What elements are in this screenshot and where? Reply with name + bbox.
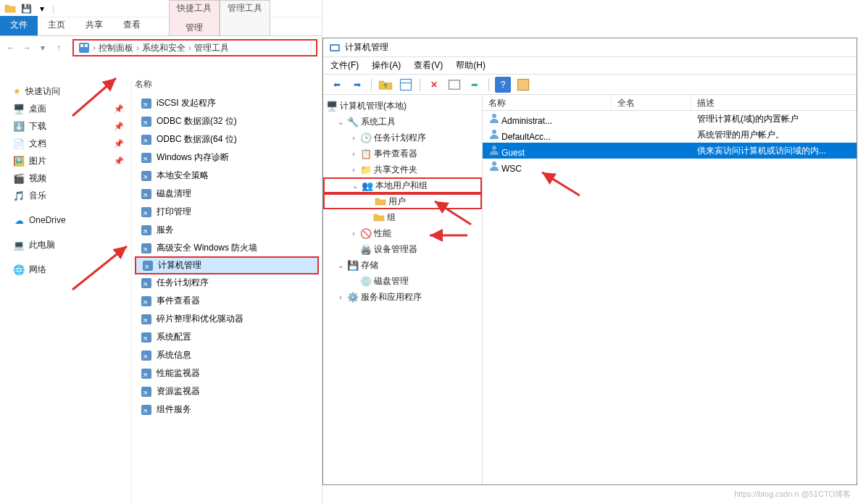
tree-root[interactable]: 🖥️计算机管理(本地): [323, 98, 482, 114]
tab-view[interactable]: 查看: [113, 16, 151, 35]
file-item[interactable]: 资源监视器: [135, 382, 319, 400]
collapse-icon[interactable]: ⌄: [336, 261, 345, 269]
user-row[interactable]: Guest供来宾访问计算机或访问域的内...: [483, 143, 857, 159]
col-description[interactable]: 描述: [691, 95, 857, 110]
nav-quick-access[interactable]: ★ 快速访问: [0, 83, 131, 100]
file-item[interactable]: ODBC 数据源(32 位): [135, 112, 319, 130]
file-item[interactable]: 任务计划程序: [135, 274, 319, 292]
up-button[interactable]: ↑: [52, 41, 65, 54]
tab-share[interactable]: 共享: [75, 16, 113, 35]
column-headers: 名称 全名 描述: [483, 95, 857, 111]
export-icon[interactable]: ➦: [467, 77, 483, 93]
tab-file[interactable]: 文件: [0, 16, 38, 35]
tree-storage[interactable]: ⌄💾存储: [323, 257, 482, 273]
expand-icon[interactable]: ›: [349, 230, 358, 238]
col-fullname[interactable]: 全名: [612, 95, 691, 110]
tree-task-scheduler[interactable]: ›🕒任务计划程序: [323, 130, 482, 146]
breadcrumb[interactable]: › 控制面板 › 系统和安全 › 管理工具: [72, 39, 317, 56]
back-button[interactable]: ⬅: [329, 77, 345, 93]
file-item[interactable]: 系统信息: [135, 346, 319, 364]
forward-button[interactable]: →: [20, 41, 33, 54]
save-icon[interactable]: 💾: [20, 3, 32, 14]
crumb-admin-tools[interactable]: 管理工具: [194, 42, 229, 54]
col-name[interactable]: 名称: [483, 95, 612, 110]
menu-help[interactable]: 帮助(H): [456, 59, 486, 72]
tree-performance[interactable]: ›🚫性能: [323, 225, 482, 241]
collapse-icon[interactable]: ⌄: [336, 118, 345, 126]
tree-disk-mgmt[interactable]: 💿磁盘管理: [323, 273, 482, 289]
file-item[interactable]: 高级安全 Windows 防火墙: [135, 239, 319, 257]
menu-file[interactable]: 文件(F): [330, 59, 359, 72]
nav-documents[interactable]: 📄文档📌: [0, 135, 131, 152]
file-item[interactable]: ODBC 数据源(64 位): [135, 130, 319, 148]
refresh-icon[interactable]: [515, 77, 531, 93]
file-item[interactable]: 碎片整理和优化驱动器: [135, 310, 319, 328]
expand-icon[interactable]: ›: [336, 293, 345, 301]
file-item[interactable]: 服务: [135, 221, 319, 239]
tree-local-users-groups[interactable]: ⌄👥本地用户和组: [323, 177, 482, 193]
file-item[interactable]: 事件查看器: [135, 292, 319, 310]
tab-quicktools-manage[interactable]: 管理: [177, 14, 212, 34]
file-item[interactable]: 组件服务: [135, 400, 319, 419]
nav-music[interactable]: 🎵音乐: [0, 187, 131, 204]
tab-group-quicktools[interactable]: 快捷工具 管理: [169, 0, 220, 36]
expand-icon[interactable]: ›: [349, 134, 358, 142]
file-item[interactable]: 系统配置: [135, 328, 319, 346]
user-name: DefaultAcc...: [501, 132, 551, 142]
user-list[interactable]: Administrat...管理计算机(域)的内置帐户DefaultAcc...…: [483, 111, 857, 175]
tree-users[interactable]: 用户: [323, 193, 482, 209]
properties-icon[interactable]: [398, 77, 414, 93]
nav-this-pc[interactable]: 💻此电脑: [0, 236, 131, 253]
console-icon[interactable]: [446, 77, 462, 93]
tree-services-apps[interactable]: ›⚙️服务和应用程序: [323, 289, 482, 305]
tree-shared-folders[interactable]: ›📁共享文件夹: [323, 161, 482, 177]
tree-groups[interactable]: 组: [323, 209, 482, 225]
tab-group-mgmt[interactable]: 管理工具: [220, 0, 270, 36]
file-item[interactable]: 打印管理: [135, 203, 319, 221]
dropdown-icon[interactable]: ▾: [36, 3, 48, 14]
file-list[interactable]: iSCSI 发起程序ODBC 数据源(32 位)ODBC 数据源(64 位)Wi…: [135, 94, 319, 504]
file-item[interactable]: iSCSI 发起程序: [135, 94, 319, 112]
file-item[interactable]: 计算机管理: [135, 256, 319, 274]
file-item[interactable]: 本地安全策略: [135, 167, 319, 185]
help-icon[interactable]: ?: [495, 77, 511, 93]
nav-pictures[interactable]: 🖼️图片📌: [0, 152, 131, 169]
collapse-icon[interactable]: ⌄: [351, 182, 359, 190]
nav-onedrive[interactable]: ☁OneDrive: [0, 211, 131, 229]
nav-network[interactable]: 🌐网络: [0, 261, 131, 278]
shortcut-icon: [141, 314, 152, 325]
file-name: 计算机管理: [158, 259, 201, 272]
user-row[interactable]: DefaultAcc...系统管理的用户帐户。: [483, 127, 857, 143]
delete-icon[interactable]: ✕: [426, 77, 442, 93]
shortcut-icon: [141, 134, 152, 146]
up-folder-icon[interactable]: [378, 77, 393, 93]
tab-home[interactable]: 主页: [38, 16, 75, 35]
tree-system-tools[interactable]: ⌄🔧系统工具: [323, 114, 482, 130]
crumb-system-security[interactable]: 系统和安全: [142, 42, 186, 54]
file-name: 本地安全策略: [157, 169, 209, 182]
menu-view[interactable]: 查看(V): [414, 59, 443, 72]
folder-icon: [373, 211, 385, 223]
back-button[interactable]: ←: [4, 41, 17, 54]
user-row[interactable]: WSC: [483, 159, 857, 175]
column-header-name[interactable]: 名称: [135, 78, 152, 91]
window-titlebar[interactable]: 计算机管理: [323, 38, 857, 57]
console-tree[interactable]: 🖥️计算机管理(本地) ⌄🔧系统工具 ›🕒任务计划程序 ›📋事件查看器 ›📁共享…: [323, 95, 483, 484]
nav-desktop[interactable]: 🖥️桌面📌: [0, 100, 131, 117]
user-row[interactable]: Administrat...管理计算机(域)的内置帐户: [483, 111, 857, 127]
forward-button[interactable]: ➡: [349, 77, 365, 93]
tree-device-manager[interactable]: 🖨️设备管理器: [323, 241, 482, 257]
tree-event-viewer[interactable]: ›📋事件查看器: [323, 146, 482, 161]
recent-dropdown[interactable]: ▾: [36, 41, 49, 54]
nav-downloads[interactable]: ⬇️下载📌: [0, 117, 131, 135]
file-item[interactable]: 性能监视器: [135, 364, 319, 382]
file-item[interactable]: 磁盘清理: [135, 185, 319, 203]
details-pane: 名称 全名 描述 Administrat...管理计算机(域)的内置帐户Defa…: [483, 95, 857, 484]
expand-icon[interactable]: ›: [349, 150, 358, 158]
nav-videos[interactable]: 🎬视频: [0, 169, 131, 187]
crumb-control-panel[interactable]: 控制面板: [99, 42, 133, 54]
file-item[interactable]: Windows 内存诊断: [135, 148, 319, 167]
expand-icon[interactable]: ›: [349, 166, 358, 174]
menu-action[interactable]: 操作(A): [372, 59, 401, 72]
window-title: 计算机管理: [345, 41, 388, 54]
